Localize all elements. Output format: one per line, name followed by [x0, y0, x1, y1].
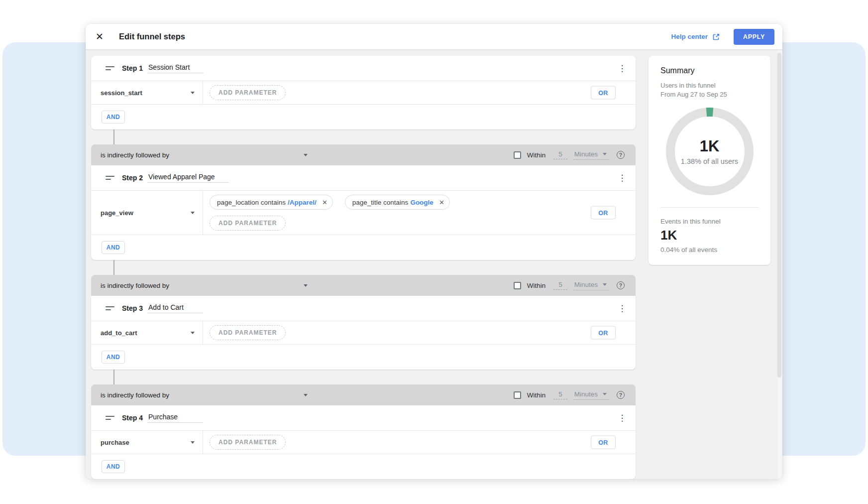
parameter-chip[interactable]: page_title containsGoogle✕ [345, 195, 450, 210]
scrollbar-thumb[interactable] [777, 53, 781, 378]
summary-title: Summary [660, 66, 759, 75]
events-label: Events in this funnel [660, 218, 759, 225]
within-unit-select[interactable]: Minutes [573, 150, 609, 160]
within-checkbox[interactable] [514, 151, 521, 159]
within-value-input[interactable]: 5 [553, 390, 567, 399]
funnel-section: is indirectly followed byWithin5Minutes?… [91, 384, 636, 479]
edit-funnel-dialog: ✕ Edit funnel steps Help center APPLY St… [86, 24, 782, 479]
event-select[interactable]: page_view [91, 191, 203, 235]
chevron-down-icon [603, 393, 607, 395]
event-select[interactable]: add_to_cart [91, 321, 203, 344]
help-icon[interactable]: ? [617, 281, 625, 289]
drag-handle-icon[interactable] [106, 306, 114, 310]
parameters-area: ADD PARAMETER [203, 81, 636, 104]
step-card-header: Step 4Purchase⋮ [91, 405, 636, 430]
and-row: AND [91, 345, 636, 370]
followed-by-selector[interactable]: is indirectly followed by [101, 151, 169, 159]
step-menu-icon[interactable]: ⋮ [616, 174, 629, 182]
and-row: AND [91, 454, 636, 479]
step-card: Step 2Viewed Apparel Page⋮page_viewpage_… [91, 165, 636, 260]
or-button[interactable]: OR [591, 206, 616, 220]
summary-panel: Summary Users in this funnel From Aug 27… [649, 56, 770, 265]
step-label: Step 2 [122, 174, 143, 182]
and-button[interactable]: AND [102, 351, 125, 364]
funnel-section: is indirectly followed byWithin5Minutes?… [91, 144, 636, 260]
donut-center-labels: 1K 1.38% of all users [666, 108, 754, 195]
users-percent: 1.38% of all users [681, 157, 738, 165]
step-name-input[interactable]: Purchase [147, 413, 203, 423]
step-card: Step 4Purchase⋮purchaseADD PARAMETERORAN… [91, 405, 636, 479]
chip-remove-icon[interactable]: ✕ [439, 199, 444, 206]
event-select[interactable]: purchase [91, 431, 203, 454]
parameter-chip-label: page_location contains [217, 199, 286, 206]
followed-by-connector: is indirectly followed byWithin5Minutes? [91, 275, 636, 296]
or-button[interactable]: OR [591, 86, 616, 100]
within-group: Within5Minutes? [514, 390, 625, 400]
event-name: session_start [101, 89, 142, 97]
summary-divider [660, 207, 759, 208]
followed-by-connector: is indirectly followed byWithin5Minutes? [91, 384, 636, 405]
help-icon[interactable]: ? [617, 151, 625, 159]
step-card-header: Step 1Session Start⋮ [91, 56, 636, 81]
step-name-input[interactable]: Add to Cart [147, 303, 203, 313]
within-checkbox[interactable] [514, 391, 521, 399]
help-icon[interactable]: ? [617, 391, 625, 399]
drag-handle-icon[interactable] [106, 66, 114, 70]
step-label: Step 1 [122, 64, 143, 72]
add-parameter-button[interactable]: ADD PARAMETER [210, 85, 286, 100]
step-connector-line [113, 260, 114, 275]
events-value: 1K [660, 228, 759, 243]
help-center-link[interactable]: Help center [671, 33, 720, 41]
close-icon[interactable]: ✕ [94, 31, 106, 43]
dialog-header: ✕ Edit funnel steps Help center APPLY [86, 24, 782, 50]
users-value: 1K [700, 137, 720, 155]
chip-remove-icon[interactable]: ✕ [322, 199, 327, 206]
within-value-input[interactable]: 5 [553, 150, 567, 159]
and-button[interactable]: AND [102, 111, 125, 124]
condition-row: page_viewpage_location contains/Apparel/… [91, 191, 636, 235]
add-parameter-button[interactable]: ADD PARAMETER [210, 435, 286, 450]
funnel-steps-list: Step 1Session Start⋮session_startADD PAR… [91, 56, 636, 479]
within-label: Within [527, 282, 546, 289]
event-name: add_to_cart [101, 329, 137, 337]
within-checkbox[interactable] [514, 282, 521, 289]
step-name-input[interactable]: Session Start [147, 63, 204, 73]
parameter-chip[interactable]: page_location contains/Apparel/✕ [210, 195, 333, 210]
or-button[interactable]: OR [591, 436, 616, 449]
within-unit-select[interactable]: Minutes [573, 281, 609, 290]
scrollbar-track[interactable] [777, 50, 782, 479]
drag-handle-icon[interactable] [106, 176, 114, 180]
step-name-input[interactable]: Viewed Apparel Page [147, 173, 229, 183]
and-button[interactable]: AND [102, 460, 125, 473]
step-menu-icon[interactable]: ⋮ [616, 304, 629, 313]
followed-by-selector[interactable]: is indirectly followed by [101, 391, 169, 399]
followed-by-selector[interactable]: is indirectly followed by [101, 282, 169, 289]
drag-handle-icon[interactable] [106, 416, 114, 420]
and-row: AND [91, 235, 636, 260]
within-value-input[interactable]: 5 [553, 281, 567, 290]
event-select[interactable]: session_start [91, 81, 203, 104]
funnel-section: is indirectly followed byWithin5Minutes?… [91, 275, 636, 370]
parameters-area: ADD PARAMETER [203, 431, 636, 454]
condition-row: add_to_cartADD PARAMETEROR [91, 321, 636, 344]
apply-button[interactable]: APPLY [734, 29, 774, 45]
within-unit-select[interactable]: Minutes [573, 390, 609, 400]
chevron-down-icon [191, 212, 195, 214]
followed-by-connector: is indirectly followed byWithin5Minutes? [91, 144, 636, 165]
external-link-icon [712, 33, 720, 41]
step-menu-icon[interactable]: ⋮ [616, 414, 629, 422]
within-unit-label: Minutes [574, 150, 598, 158]
step-label: Step 3 [122, 304, 143, 312]
within-group: Within5Minutes? [514, 150, 625, 160]
chevron-down-icon [603, 283, 607, 286]
step-card-header: Step 2Viewed Apparel Page⋮ [91, 165, 636, 190]
parameter-chips-row: page_location contains/Apparel/✕page_tit… [210, 195, 450, 210]
step-menu-icon[interactable]: ⋮ [616, 64, 629, 73]
and-button[interactable]: AND [102, 241, 125, 254]
add-parameter-button[interactable]: ADD PARAMETER [210, 325, 286, 340]
add-parameter-button[interactable]: ADD PARAMETER [210, 216, 286, 231]
and-row: AND [91, 105, 636, 129]
or-button[interactable]: OR [591, 326, 616, 340]
within-unit-label: Minutes [574, 281, 598, 288]
users-donut-chart: 1K 1.38% of all users [666, 108, 754, 195]
